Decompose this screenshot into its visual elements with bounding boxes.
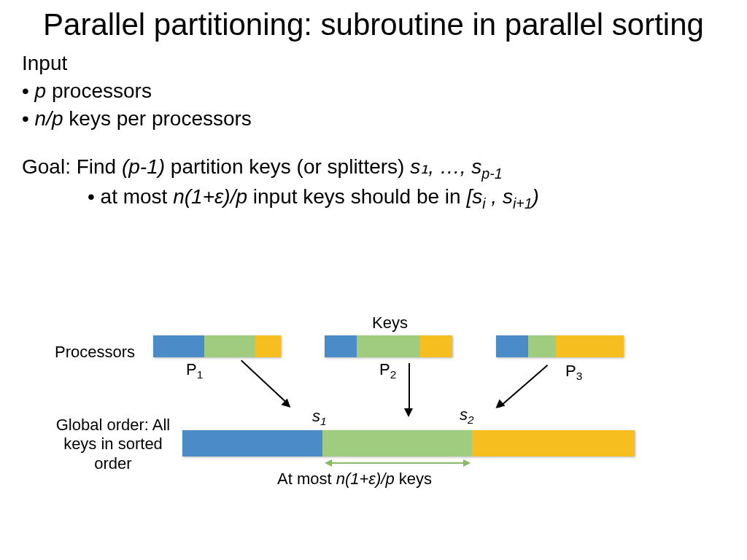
p2-txt: P — [379, 360, 390, 378]
processor-bar-2 — [325, 335, 452, 357]
text-keys-per-proc: keys per processors — [63, 107, 252, 130]
processors-label: Processors — [55, 343, 142, 362]
p2-seg-green — [357, 335, 421, 357]
goal-splitters: s₁, …, sp-1 — [410, 155, 502, 178]
p3-seg-green — [528, 335, 557, 357]
int-b: , s — [486, 185, 513, 208]
slide-content: Input p processors n/p keys per processo… — [22, 50, 725, 212]
goal-line: Goal: Find (p-1) partition keys (or spli… — [22, 153, 725, 183]
s2-sub: 2 — [468, 413, 474, 426]
p1-seg-blue — [153, 335, 204, 357]
p2-seg-blue — [325, 335, 357, 357]
s1-label: s1 — [312, 407, 327, 428]
p1-seg-gold — [255, 335, 281, 357]
arrow-2-line — [409, 363, 410, 414]
s2-txt: s — [460, 405, 468, 424]
s2-label: s2 — [460, 405, 474, 427]
p3-seg-gold — [556, 335, 624, 357]
p1-seg-green — [204, 335, 255, 357]
p2-seg-gold — [420, 335, 452, 357]
input-header: Input — [22, 50, 725, 77]
sub-interval: [si , si+1) — [466, 185, 539, 208]
p1-txt: P — [186, 360, 197, 378]
text-processors: processors — [46, 79, 152, 102]
global-seg-green — [322, 430, 472, 456]
sub-mid: n(1+ε)/p — [173, 185, 247, 208]
arrow-3-head — [493, 400, 506, 412]
s1-txt: s — [312, 407, 320, 425]
goal-post: partition keys (or splitters) — [165, 155, 410, 178]
goal-splitters-sub: p-1 — [481, 165, 502, 181]
diagram: Keys Processors P1 P2 P3 — [22, 314, 725, 547]
var-p: p — [35, 79, 47, 102]
sub-post: input keys should be in — [247, 185, 466, 208]
bullet-processors: p processors — [22, 77, 725, 105]
int-a: [s — [466, 185, 482, 208]
int-b-sub: i+1 — [513, 195, 533, 211]
sub-bullet-bound: at most n(1+ε)/p input keys should be in… — [88, 183, 725, 213]
s1-sub: 1 — [320, 415, 327, 427]
p1-sub: 1 — [197, 368, 204, 381]
global-seg-blue — [182, 430, 322, 456]
processor-bar-1 — [153, 335, 281, 357]
p3-sub: 3 — [576, 370, 583, 382]
arrow-1-line — [241, 360, 289, 405]
int-c: ) — [533, 185, 539, 208]
bottom-post: keys — [395, 470, 432, 488]
bottom-pre: At most — [277, 470, 336, 488]
global-seg-gold — [472, 430, 635, 456]
global-order-label: Global order: All keys in sorted order — [47, 416, 179, 473]
processor-bar-3 — [496, 335, 624, 357]
global-bar — [182, 430, 635, 456]
arrow-2-head — [404, 408, 413, 417]
keys-label: Keys — [372, 314, 408, 332]
p2-label: P2 — [379, 360, 396, 381]
p2-sub: 2 — [390, 368, 397, 381]
goal-splitters-text: s₁, …, s — [410, 155, 481, 178]
p3-txt: P — [565, 362, 576, 380]
goal-pm1: (p-1) — [122, 155, 165, 178]
sub-pre: at most — [101, 185, 174, 208]
slide-root: Parallel partitioning: subroutine in par… — [0, 0, 747, 560]
var-n-over-p: n/p — [35, 107, 63, 130]
goal-pre: Goal: Find — [22, 155, 122, 178]
arrow-3-line — [499, 365, 549, 408]
bottom-mid: n(1+ε)/p — [336, 470, 395, 488]
span-arrow — [332, 462, 463, 464]
p1-label: P1 — [186, 360, 203, 381]
spacer — [22, 133, 725, 153]
bullet-keys-per-proc: n/p keys per processors — [22, 105, 725, 133]
p3-label: P3 — [565, 362, 582, 383]
bottom-text: At most n(1+ε)/p keys — [277, 470, 432, 489]
p3-seg-blue — [496, 335, 528, 357]
slide-title: Parallel partitioning: subroutine in par… — [22, 7, 725, 42]
